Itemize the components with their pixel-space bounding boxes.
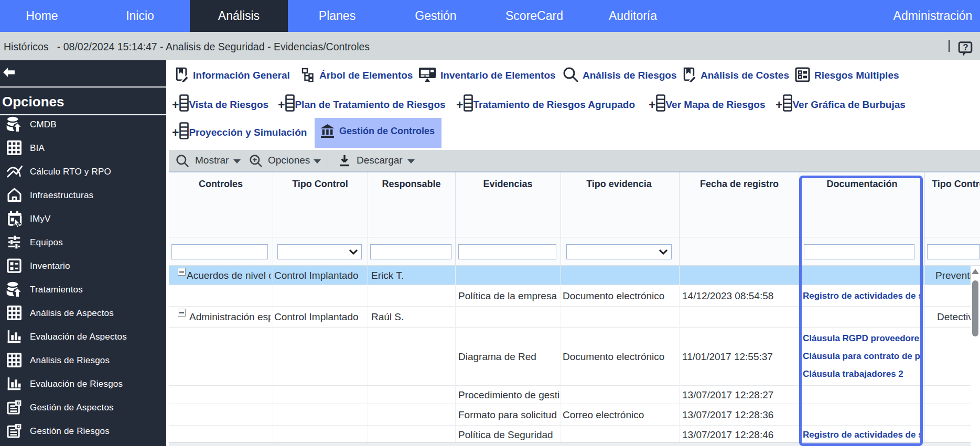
svg-text:?: ?: [963, 42, 968, 52]
